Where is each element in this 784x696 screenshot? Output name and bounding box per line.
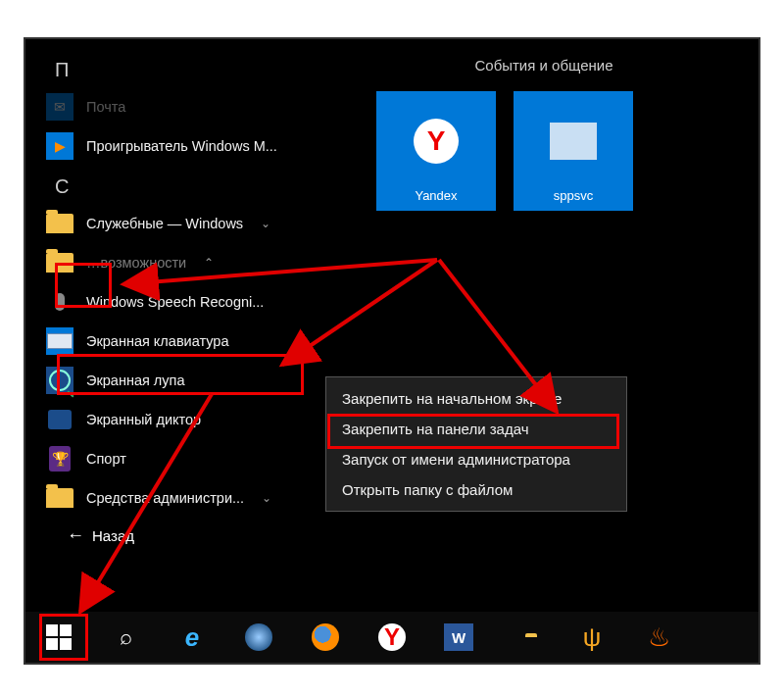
back-button[interactable]: ← Назад xyxy=(45,518,329,546)
app-item-wmplayer[interactable]: Проигрыватель Windows M... xyxy=(45,126,329,166)
folder-icon xyxy=(45,483,74,513)
chevron-up-icon: ⌃ xyxy=(204,256,214,270)
back-label: Назад xyxy=(92,527,134,544)
tile-label: sppsvc xyxy=(554,188,593,203)
app-item-speech-recognition[interactable]: Windows Speech Recogni... xyxy=(45,282,329,322)
burn-icon: ♨ xyxy=(648,622,670,653)
taskbar-browser[interactable] xyxy=(241,620,276,655)
app-item-sport[interactable]: Спорт xyxy=(45,439,329,478)
app-label: Экранная клавиатура xyxy=(86,333,228,349)
start-icon xyxy=(46,624,72,650)
yandex-icon: Y xyxy=(378,623,406,651)
start-menu-window: П ✉ Почта Проигрыватель Windows M... С С… xyxy=(24,37,760,665)
yandex-icon: Y xyxy=(414,119,459,164)
folder-icon xyxy=(45,209,74,238)
firefox-icon xyxy=(312,623,339,651)
context-item-pin-start[interactable]: Закрепить на начальном экране xyxy=(326,383,626,414)
context-item-open-folder[interactable]: Открыть папку с файлом xyxy=(326,474,626,505)
arrow-left-icon: ← xyxy=(67,525,84,546)
mail-icon: ✉ xyxy=(45,92,74,122)
context-menu: Закрепить на начальном экране Закрепить … xyxy=(325,376,627,512)
mic-icon xyxy=(45,287,74,317)
tiles-group-header[interactable]: События и общение xyxy=(349,49,739,91)
context-item-run-admin[interactable]: Запуск от имени администратора xyxy=(326,444,626,474)
taskbar: ⌕ e Y W ψ ♨ xyxy=(25,612,759,663)
browser-icon xyxy=(245,623,272,651)
chevron-down-icon: ⌄ xyxy=(262,491,271,505)
app-item-admin-tools[interactable]: Средства администри... ⌄ xyxy=(45,478,329,518)
taskbar-word[interactable]: W xyxy=(441,620,476,655)
app-item-system-tools[interactable]: Служебные — Windows ⌄ xyxy=(45,204,329,243)
app-label: Служебные — Windows xyxy=(86,216,243,231)
app-item-magnifier[interactable]: Экранная лупа xyxy=(45,361,329,400)
taskbar-search[interactable]: ⌕ xyxy=(108,620,143,655)
context-item-pin-taskbar[interactable]: Закрепить на панели задач xyxy=(326,414,626,444)
tile-yandex[interactable]: Y Yandex xyxy=(376,91,496,211)
app-label: Проигрыватель Windows M... xyxy=(86,138,277,154)
taskbar-burn[interactable]: ♨ xyxy=(641,620,676,655)
tile-sppsvc[interactable]: sppsvc xyxy=(514,91,633,211)
app-item-mail[interactable]: ✉ Почта xyxy=(45,87,329,126)
app-item-onscreen-keyboard[interactable]: Экранная клавиатура xyxy=(45,322,329,361)
sppsvc-icon xyxy=(550,123,597,160)
app-label: Спорт xyxy=(86,451,126,467)
keyboard-icon xyxy=(45,326,74,356)
app-label: Средства администри... xyxy=(86,490,244,506)
start-button[interactable] xyxy=(41,620,76,655)
magnifier-icon xyxy=(45,366,74,395)
psi-icon: ψ xyxy=(583,622,602,653)
taskbar-explorer[interactable] xyxy=(508,620,543,655)
word-icon: W xyxy=(444,623,473,651)
tiles-area: События и общение Y Yandex sppsvc xyxy=(329,39,759,612)
tile-label: Yandex xyxy=(415,188,457,203)
trophy-icon xyxy=(45,444,74,473)
app-label: …возможности xyxy=(86,255,186,271)
app-list: П ✉ Почта Проигрыватель Windows M... С С… xyxy=(25,39,329,612)
taskbar-ie[interactable]: e xyxy=(174,620,210,655)
app-label: Почта xyxy=(86,99,125,115)
app-label: Экранная лупа xyxy=(86,373,184,388)
folder-icon xyxy=(45,248,74,277)
app-label: Windows Speech Recogni... xyxy=(86,294,264,310)
narrator-icon xyxy=(45,405,74,434)
taskbar-psi[interactable]: ψ xyxy=(574,620,610,655)
taskbar-firefox[interactable] xyxy=(308,620,343,655)
ie-icon: e xyxy=(185,622,199,653)
section-letter-s[interactable]: С xyxy=(45,166,329,204)
chevron-down-icon: ⌄ xyxy=(261,217,270,230)
search-icon: ⌕ xyxy=(120,624,132,650)
taskbar-yandex[interactable]: Y xyxy=(374,620,410,655)
app-label: Экранный диктор xyxy=(86,412,201,427)
start-menu: П ✉ Почта Проигрыватель Windows M... С С… xyxy=(25,39,759,612)
app-item-narrator[interactable]: Экранный диктор xyxy=(45,400,329,439)
wmplayer-icon xyxy=(45,131,74,161)
section-letter-p[interactable]: П xyxy=(45,49,329,87)
app-item-ease-of-access[interactable]: …возможности ⌃ xyxy=(45,243,329,282)
